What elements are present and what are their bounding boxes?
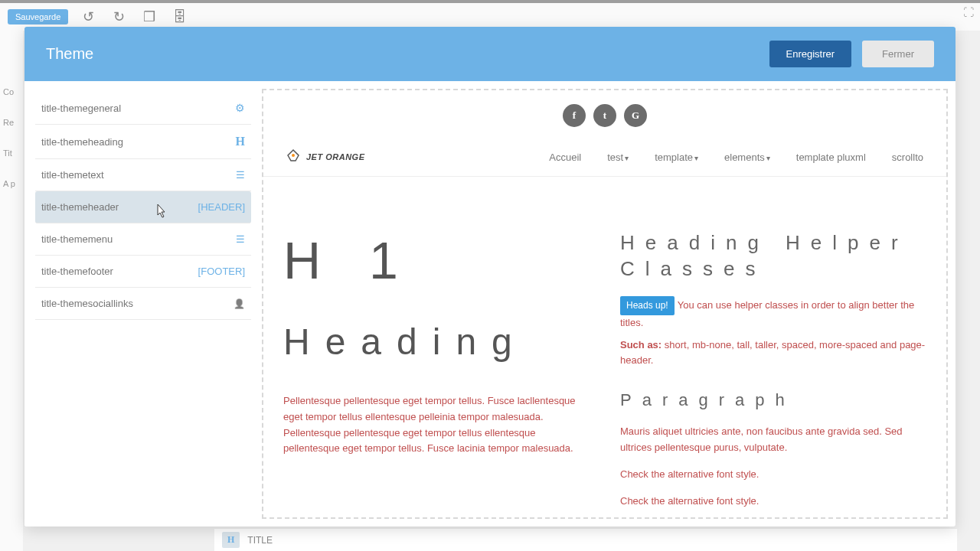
- social-row: f t G: [263, 90, 946, 138]
- left-column: H 1 Heading Pellentesque pellentesque eg…: [283, 230, 590, 519]
- sidebar-item-title-themegeneral[interactable]: title-themegeneral⚙: [35, 92, 251, 125]
- helper-classes-title: Heading Helper Classes: [620, 230, 926, 282]
- sidebar-item-title-themefooter[interactable]: title-themefooter[FOOTER]: [35, 256, 251, 288]
- sidebar-item-icon: [HEADER]: [198, 201, 245, 213]
- chevron-down-icon: ▾: [766, 154, 770, 162]
- sidebar-item-label: title-themeheader: [41, 201, 119, 213]
- heads-up-badge: Heads up!: [620, 296, 675, 315]
- nav-link-scrollto[interactable]: scrollto: [892, 152, 923, 163]
- sidebar-item-title-thememenu[interactable]: title-thememenu: [35, 223, 251, 256]
- helper-note-2: Such as: short, mb-none, tall, taller, s…: [620, 337, 926, 370]
- para-1: Mauris aliquet ultricies ante, non fauci…: [620, 424, 926, 456]
- sidebar-item-label: title-thememenu: [41, 233, 113, 245]
- h1-heading: H 1: [283, 230, 590, 290]
- para-2: Check the alternative font style.: [620, 467, 926, 483]
- helper-note-1: Heads up!You can use helper classes in o…: [620, 296, 926, 331]
- bg-side-item: Re: [0, 107, 23, 138]
- theme-sidebar: title-themegeneral⚙title-themeheadingHti…: [24, 81, 262, 527]
- sidebar-item-label: title-themetext: [41, 169, 104, 181]
- nav-link-template-pluxml[interactable]: template pluxml: [796, 152, 866, 163]
- logo-icon: [286, 148, 300, 165]
- nav-bar: JET ORANGE Accueiltest▾template▾elements…: [263, 138, 946, 177]
- sidebar-item-icon: H: [236, 135, 245, 148]
- sidebar-item-title-themetext[interactable]: title-themetext: [35, 159, 251, 191]
- para-3: Check the alternative font style.: [620, 494, 926, 510]
- sidebar-item-label: title-themesociallinks: [41, 298, 133, 309]
- theme-modal: Theme Enregistrer Fermer title-themegene…: [24, 27, 956, 527]
- sidebar-item-label: title-themegeneral: [41, 103, 121, 114]
- redo-icon[interactable]: ↻: [108, 6, 129, 28]
- bg-side-item: A p: [0, 168, 23, 199]
- twitter-icon[interactable]: t: [593, 104, 616, 127]
- bg-bottom-title: TITLE: [247, 535, 273, 546]
- sidebar-item-icon: ⚙: [235, 102, 245, 114]
- google-icon[interactable]: G: [624, 104, 647, 127]
- facebook-icon[interactable]: f: [563, 104, 586, 127]
- heading-badge-icon: H: [222, 532, 240, 548]
- history-icon[interactable]: ↺: [77, 6, 99, 28]
- h2-heading: Heading: [283, 321, 590, 363]
- sidebar-item-title-themeheader[interactable]: title-themeheader[HEADER]: [35, 191, 251, 223]
- close-button[interactable]: Fermer: [862, 41, 934, 67]
- svg-point-0: [292, 154, 295, 157]
- sidebar-item-title-themeheading[interactable]: title-themeheadingH: [35, 125, 251, 159]
- sidebar-item-label: title-themefooter: [41, 266, 113, 277]
- sidebar-item-icon: [236, 233, 245, 245]
- chevron-down-icon: ▾: [694, 154, 698, 162]
- nav-link-test[interactable]: test▾: [607, 152, 629, 163]
- modal-title: Theme: [46, 45, 769, 63]
- bg-bottom-bar: H TITLE: [214, 528, 957, 551]
- database-icon[interactable]: 🗄: [169, 6, 191, 28]
- sidebar-item-icon: [236, 169, 245, 181]
- sidebar-item-title-themesociallinks[interactable]: title-themesociallinks: [35, 288, 251, 320]
- paragraph-title: Paragraph: [620, 390, 926, 410]
- save-button[interactable]: Enregistrer: [769, 41, 852, 67]
- left-paragraph: Pellentesque pellentesque eget tempor te…: [283, 393, 590, 457]
- cube-icon[interactable]: ❒: [139, 6, 160, 28]
- nav-links: Accueiltest▾template▾elements▾template p…: [365, 152, 923, 163]
- logo-text: JET ORANGE: [306, 152, 365, 161]
- preview-frame[interactable]: f t G JET ORANGE Accueiltest▾template▾el…: [262, 89, 948, 519]
- bg-side-item: Co: [0, 77, 23, 107]
- preview-area: f t G JET ORANGE Accueiltest▾template▾el…: [262, 81, 956, 527]
- right-column: Heading Helper Classes Heads up!You can …: [620, 230, 926, 519]
- sidebar-item-icon: [234, 298, 245, 309]
- bg-sidebar: Co Re Tit A p: [0, 31, 23, 551]
- nav-link-template[interactable]: template▾: [655, 152, 698, 163]
- sidebar-item-icon: [FOOTER]: [198, 266, 245, 277]
- expand-icon[interactable]: ⛶: [963, 6, 974, 18]
- logo[interactable]: JET ORANGE: [286, 148, 365, 165]
- modal-header: Theme Enregistrer Fermer: [24, 27, 956, 81]
- bg-toolbar: Sauvegarde ↺ ↻ ❒ 🗄: [0, 0, 980, 31]
- chevron-down-icon: ▾: [625, 154, 629, 162]
- bg-save-button[interactable]: Sauvegarde: [8, 9, 68, 24]
- bg-side-item: Tit: [0, 138, 23, 168]
- nav-link-elements[interactable]: elements▾: [724, 152, 770, 163]
- sidebar-item-label: title-themeheading: [41, 136, 123, 148]
- nav-link-Accueil[interactable]: Accueil: [549, 152, 581, 163]
